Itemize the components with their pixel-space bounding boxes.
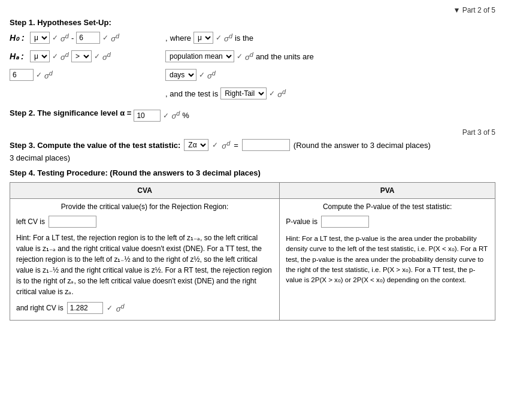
ha-sigma1[interactable]: σd	[61, 51, 69, 62]
step4-section: Step 4. Testing Procedure: (Round the an…	[10, 168, 495, 321]
cva-instruction-cell: Provide the critical value(s) for the Re…	[10, 199, 280, 321]
alpha-input[interactable]	[134, 110, 161, 122]
h0-sigma2[interactable]: σd	[111, 32, 119, 43]
right-cv-label: and right CV is	[16, 304, 63, 312]
left-cv-label: left CV is	[16, 217, 45, 226]
test-sigma[interactable]: σd	[277, 88, 286, 99]
test-check: ✓	[269, 89, 275, 98]
stat-sigma[interactable]: σd	[222, 140, 230, 150]
step3-subrow: 3 decimal places)	[10, 153, 495, 162]
stat-result-input[interactable]	[242, 139, 290, 151]
h0-var-select[interactable]: μ	[30, 32, 50, 44]
pva-instruction: Compute the P-value of the test statisti…	[286, 203, 489, 211]
where-sigma[interactable]: σd	[224, 32, 232, 43]
h0-check1: ✓	[52, 34, 58, 42]
where-row2: population mean ✓ σd and the units are	[165, 50, 314, 62]
step4-table: CVA PVA Provide the critical value(s) fo…	[10, 182, 495, 321]
units-check: ✓	[199, 71, 205, 79]
round-hint: (Round the answer to 3 decimal places)	[294, 141, 431, 150]
and-units-label: and the units are	[256, 52, 314, 61]
pva-instruction-cell: Compute the P-value of the test statisti…	[280, 199, 495, 321]
where-row1: , where μ ✓ σd is the	[165, 32, 314, 44]
where-comma: ,	[165, 34, 168, 43]
cva-header: CVA	[10, 183, 280, 199]
pop-sigma[interactable]: σd	[245, 51, 253, 62]
where-label: where	[170, 34, 191, 43]
where-is: is the	[235, 34, 253, 43]
test-type-select[interactable]: Right-Tail Left-Tail Two-Tail	[220, 87, 267, 99]
h0-dash: -	[71, 34, 74, 43]
right-cv-row: and right CV is ✓ σd	[16, 302, 273, 314]
step4-title: Step 4. Testing Procedure: (Round the an…	[10, 168, 495, 177]
left-cv-input[interactable]	[49, 216, 96, 228]
h0-value-input[interactable]	[76, 32, 100, 44]
pvalue-row: P-value is	[286, 216, 489, 228]
units-select[interactable]: days	[165, 69, 196, 81]
pop-check: ✓	[237, 52, 243, 61]
cva-instruction: Provide the critical value(s) for the Re…	[16, 203, 273, 211]
step2-section: Step 2. The significance level α = ✓ σd …	[10, 108, 495, 122]
part-indicator: ▼ Part 2 of 5	[10, 6, 495, 14]
pop-mean-select[interactable]: population mean	[165, 50, 234, 62]
right-cv-check: ✓	[107, 304, 113, 312]
ha-operator-select[interactable]: > < ≠	[71, 50, 92, 62]
step1-title: Step 1. Hypotheses Set-Up:	[10, 18, 495, 27]
alpha-sigma[interactable]: σd	[171, 110, 180, 120]
alpha-check: ✓	[163, 111, 169, 120]
step3-title: Step 3. Compute the value of the test st…	[10, 141, 180, 150]
step1-section: Step 1. Hypotheses Set-Up: H₀ : μ ✓ σd -…	[10, 18, 495, 102]
right-cv-input[interactable]	[67, 302, 103, 314]
step3-row: Step 3. Compute the value of the test st…	[10, 139, 495, 151]
equals-sign: =	[234, 141, 238, 150]
cva-hint: Hint: For a LT test, the rejection regio…	[16, 232, 273, 297]
stat-check: ✓	[212, 141, 218, 149]
alpha-percent: %	[182, 111, 189, 120]
hypothesis-block: H₀ : μ ✓ σd - ✓ σd Hₐ : μ ✓ σd	[10, 32, 153, 84]
h0-check2: ✓	[102, 34, 108, 42]
h0-row: H₀ : μ ✓ σd - ✓ σd	[10, 32, 153, 44]
ha-sigma2[interactable]: σd	[102, 51, 111, 62]
where-check: ✓	[216, 34, 222, 42]
step2-row: Step 2. The significance level α = ✓ σd …	[10, 108, 495, 122]
left-cv-row: left CV is	[16, 216, 273, 228]
pvalue-input[interactable]	[321, 216, 369, 228]
pva-header: PVA	[280, 183, 495, 199]
pvalue-label: P-value is	[286, 217, 317, 226]
units-sigma[interactable]: σd	[207, 70, 216, 80]
right-cv-sigma[interactable]: σd	[116, 303, 125, 313]
ha-value-input[interactable]	[10, 69, 34, 81]
ha-check1: ✓	[52, 52, 58, 61]
h0-label: H₀ :	[10, 33, 28, 43]
and-test-label: , and the test is	[165, 89, 218, 98]
ha-val-check: ✓	[36, 71, 42, 79]
ha-var-select[interactable]: μ	[30, 50, 50, 62]
ha-row: Hₐ : μ ✓ σd > < ≠ ✓ σd	[10, 50, 153, 62]
step3-section: Step 3. Compute the value of the test st…	[10, 139, 495, 162]
where-var-select[interactable]: μ	[193, 32, 213, 44]
where-row3: days ✓ σd	[165, 69, 314, 81]
where-block: , where μ ✓ σd is the population mean ✓ …	[165, 32, 314, 102]
ha-check2: ✓	[94, 52, 100, 61]
where-row4: , and the test is Right-Tail Left-Tail T…	[165, 87, 314, 99]
pva-hint: Hint: For a LT test, the p-value is the …	[286, 234, 489, 285]
h0-sigma1[interactable]: σd	[61, 32, 69, 43]
step2-title: Step 2. The significance level α =	[10, 108, 131, 117]
part3-indicator: Part 3 of 5	[10, 128, 495, 137]
statistic-select[interactable]: Zα tα	[184, 139, 208, 151]
ha-label: Hₐ :	[10, 52, 28, 61]
ha-value-row: ✓ σd	[10, 69, 153, 81]
ha-val-sigma[interactable]: σd	[44, 70, 53, 80]
